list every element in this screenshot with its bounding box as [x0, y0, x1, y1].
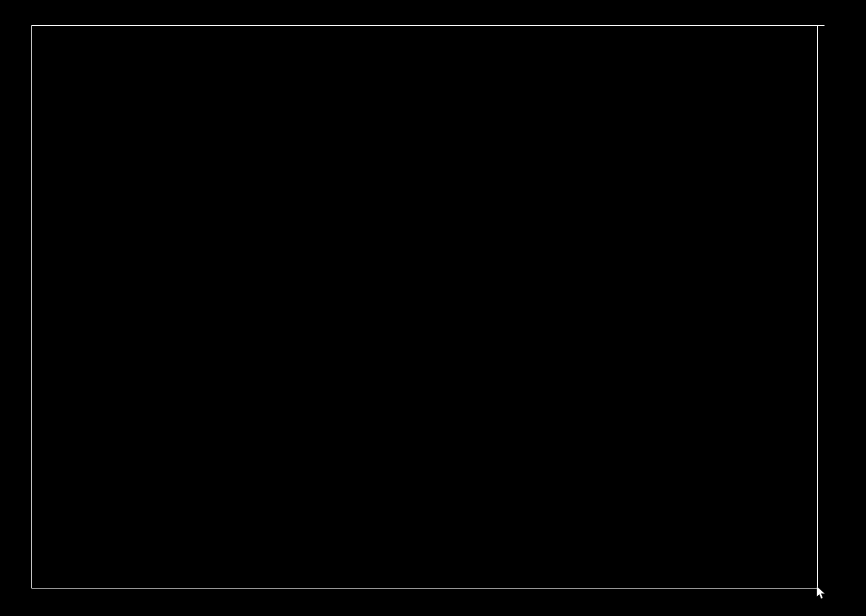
spectrogram-canvas[interactable] — [32, 26, 817, 588]
colorbar-gradient — [838, 196, 846, 420]
mouse-cursor-icon — [817, 586, 825, 600]
top-axis-extension — [818, 25, 824, 26]
spectrogram-page — [0, 0, 866, 616]
